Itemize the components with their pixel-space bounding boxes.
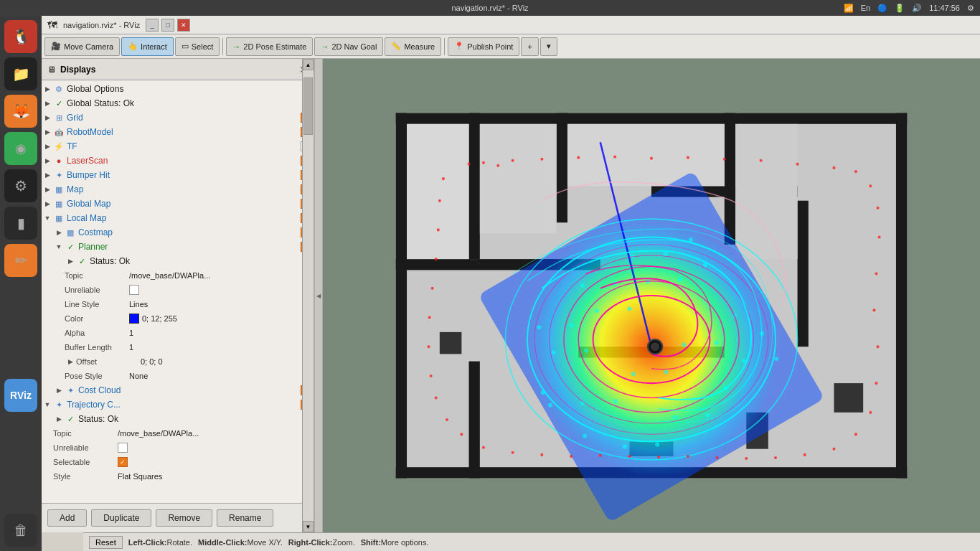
expand-arrow: ▼	[42, 401, 53, 408]
add-button[interactable]: Add	[47, 509, 87, 527]
display-item-status-ok[interactable]: ▶ ✓ Status: Ok	[42, 254, 314, 268]
display-item-map[interactable]: ▶ ▦ Map ✓	[42, 182, 314, 197]
2d-pose-button[interactable]: → 2D Pose Estimate	[226, 37, 313, 56]
publish-icon: 📍	[454, 42, 464, 51]
display-prop-color: Color 0; 12; 255	[42, 311, 314, 326]
expand-arrow: ▶	[65, 258, 76, 265]
sidebar-icon-rviz[interactable]: RViz	[4, 379, 37, 412]
svg-point-106	[431, 287, 434, 290]
globalmap-label: Global Map	[67, 199, 184, 209]
measure-button[interactable]: 📏 Measure	[385, 37, 441, 56]
panel-buttons: Add Duplicate Remove Rename	[42, 503, 314, 532]
pose-style-label: Pose Style	[65, 372, 129, 380]
expand-arrow: ▶	[42, 200, 53, 207]
panel-divider[interactable]: ◀	[314, 59, 323, 532]
measure-label: Measure	[404, 42, 435, 51]
svg-point-90	[745, 457, 748, 460]
display-item-trajectory[interactable]: ▼ ✦ Trajectory C... ✓	[42, 397, 314, 412]
svg-point-64	[468, 163, 471, 166]
svg-point-81	[875, 272, 877, 275]
2d-pose-label: 2D Pose Estimate	[243, 42, 306, 51]
sidebar-icon-texteditor[interactable]: ✏	[4, 244, 37, 277]
right-click-action: Zoom.	[333, 538, 355, 547]
color-value: 0; 12; 255	[142, 314, 311, 323]
rename-button[interactable]: Rename	[217, 509, 273, 527]
robotmodel-label: RobotModel	[67, 127, 184, 137]
minimize-button[interactable]: _	[146, 19, 159, 32]
2d-nav-label: 2D Nav Goal	[331, 42, 377, 51]
power-icon: ⚙	[967, 4, 974, 13]
map-canvas[interactable]	[323, 59, 980, 532]
globalmap-icon: ▦	[53, 198, 65, 209]
svg-point-94	[628, 455, 631, 458]
display-item-grid[interactable]: ▶ ⊞ Grid ✓	[42, 110, 314, 125]
display-item-bumperhit[interactable]: ▶ ✦ Bumper Hit ✓	[42, 168, 314, 182]
trajectory-icon: ✦	[53, 399, 65, 410]
traj-topic-label: Topic	[53, 429, 118, 438]
unreliable-checkbox[interactable]	[129, 285, 139, 295]
traj-unreliable-label: Unreliable	[53, 443, 118, 452]
display-prop-topic: Topic /move_base/DWAPla...	[42, 268, 314, 283]
display-item-globalmap[interactable]: ▶ ▦ Global Map ✓	[42, 197, 314, 211]
svg-rect-12	[469, 362, 480, 479]
display-item-costcloud[interactable]: ▶ ✦ Cost Cloud ✓	[42, 383, 314, 397]
reset-button[interactable]: Reset	[89, 536, 123, 549]
sidebar-icon-firefox[interactable]: 🦊	[4, 95, 37, 128]
add-tool-button[interactable]: +	[521, 37, 538, 56]
maximize-button[interactable]: □	[161, 19, 174, 32]
sidebar-icon-settings[interactable]: ⚙	[4, 169, 37, 202]
offset-value: 0; 0; 0	[141, 357, 311, 366]
interact-button[interactable]: 👆 Interact	[121, 37, 174, 56]
remove-button[interactable]: Remove	[156, 509, 212, 527]
display-item-costmap[interactable]: ▶ ▦ Costmap ✓	[42, 225, 314, 240]
display-item-planner[interactable]: ▼ ✓ Planner ✓	[42, 240, 314, 254]
display-prop-traj-unreliable: Unreliable	[42, 441, 314, 455]
display-item-tf[interactable]: ▶ ⚡ TF	[42, 139, 314, 154]
scrollbar[interactable]: ▲ ▼	[302, 59, 314, 532]
display-item-laserscan[interactable]: ▶ ● LaserScan ✓	[42, 154, 314, 168]
sidebar-icon-files[interactable]: 📁	[4, 57, 37, 90]
buffer-length-value: 1	[129, 343, 311, 352]
sidebar-icon-chrome[interactable]: ◉	[4, 132, 37, 165]
display-item-localmap[interactable]: ▼ ▦ Local Map ✓	[42, 211, 314, 225]
tool-dropdown-button[interactable]: ▾	[540, 37, 557, 56]
expand-arrow: ▶	[53, 229, 65, 236]
unreliable-label: Unreliable	[65, 286, 129, 294]
display-item-global-options[interactable]: ▶ ⚙ Global Options	[42, 82, 314, 96]
scroll-down-button[interactable]: ▼	[303, 521, 314, 532]
interact-label: Interact	[141, 42, 167, 51]
duplicate-button[interactable]: Duplicate	[91, 509, 151, 527]
sidebar-icon-terminal[interactable]: ▮	[4, 207, 37, 240]
scroll-up-button[interactable]: ▲	[303, 59, 314, 70]
svg-point-76	[832, 166, 835, 169]
sidebar-icon-trash[interactable]: 🗑	[4, 514, 37, 547]
publish-point-button[interactable]: 📍 Publish Point	[448, 37, 519, 56]
lang-indicator: En	[861, 4, 870, 12]
svg-point-92	[687, 455, 689, 458]
svg-point-102	[435, 396, 438, 399]
select-icon: ▭	[182, 42, 189, 51]
2d-nav-button[interactable]: → 2D Nav Goal	[314, 37, 383, 56]
statusok-label: Status: Ok	[90, 256, 311, 266]
traj-selectable-checkbox[interactable]: ✓	[118, 457, 128, 467]
clock: 11:47:56	[929, 4, 960, 12]
svg-point-95	[599, 454, 602, 457]
map-view[interactable]	[323, 59, 980, 532]
display-item-robotmodel[interactable]: ▶ 🤖 RobotModel ✓	[42, 125, 314, 139]
sidebar-icon-ubuntu[interactable]: 🐧	[4, 20, 37, 53]
move-camera-button[interactable]: 🎥 Move Camera	[44, 37, 120, 56]
svg-rect-19	[834, 383, 863, 413]
display-prop-offset: ▶ Offset 0; 0; 0	[42, 354, 314, 369]
battery-icon: 🔋	[895, 4, 905, 13]
pose-icon: →	[232, 42, 240, 51]
display-item-traj-status[interactable]: ▶ ✓ Status: Ok	[42, 412, 314, 426]
traj-unreliable-checkbox[interactable]	[118, 443, 128, 453]
scroll-thumb[interactable]	[303, 77, 313, 135]
window-title: navigation.rviz* - RViz	[63, 21, 140, 29]
display-prop-traj-selectable: Selectable ✓	[42, 455, 314, 469]
display-item-global-status[interactable]: ▶ ✓ Global Status: Ok	[42, 96, 314, 110]
robotmodel-icon: 🤖	[53, 126, 65, 138]
close-button[interactable]: ✕	[177, 19, 190, 32]
select-button[interactable]: ▭ Select	[175, 37, 220, 56]
display-prop-alpha: Alpha 1	[42, 326, 314, 340]
